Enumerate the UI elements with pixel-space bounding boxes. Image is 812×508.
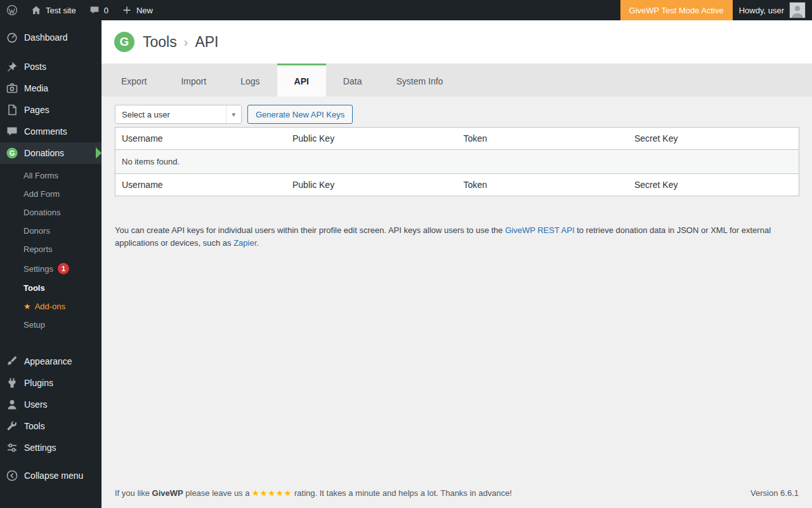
column-header-username: Username <box>115 128 287 150</box>
column-footer-secret-key: Secret Key <box>628 174 799 196</box>
admin-bar-new[interactable]: New <box>115 0 159 20</box>
submenu-item-add-ons[interactable]: ★ Add-ons <box>0 297 102 316</box>
admin-bar-account[interactable]: Howdy, user <box>733 0 812 20</box>
admin-bar: Test site 0 New GiveWP Test Mode Active … <box>0 0 812 20</box>
svg-text:G: G <box>10 149 15 157</box>
comment-count: 0 <box>104 6 108 15</box>
sidebar-item-label: Tools <box>24 421 45 431</box>
submenu-item-reports[interactable]: Reports <box>0 240 102 258</box>
version-label: Version 6.6.1 <box>750 488 799 498</box>
tab-export[interactable]: Export <box>104 64 164 97</box>
api-controls: Select a user ▾ Generate New API Keys <box>115 105 799 124</box>
greeting-label: Howdy, user <box>739 6 784 15</box>
document-icon <box>6 104 18 116</box>
tab-system-info[interactable]: System Info <box>379 64 460 97</box>
star-icon: ★ <box>23 302 31 311</box>
column-header-public-key: Public Key <box>286 128 457 150</box>
tab-import[interactable]: Import <box>164 64 223 97</box>
empty-message: No items found. <box>115 150 799 174</box>
brand-name: GiveWP <box>152 488 183 498</box>
sidebar-item-posts[interactable]: Posts <box>0 56 102 77</box>
api-description: You can create API keys for individual u… <box>115 224 775 250</box>
sidebar-item-label: Dashboard <box>24 32 68 43</box>
submenu-item-donations[interactable]: Donations <box>0 203 102 222</box>
submenu-item-all-forms[interactable]: All Forms <box>0 166 102 185</box>
footer-rating-text: If you like GiveWP please leave us a ★★★… <box>115 488 512 498</box>
sidebar-item-label: Media <box>24 83 48 93</box>
speech-bubble-icon <box>6 125 18 138</box>
givewp-logo: G <box>114 32 134 52</box>
sidebar-item-label: Pages <box>24 105 49 115</box>
tab-api[interactable]: API <box>277 64 326 97</box>
sidebar-item-label: Users <box>24 399 48 410</box>
sidebar-item-label: Settings <box>24 443 56 453</box>
chevron-right-icon: › <box>184 35 188 50</box>
wrench-icon <box>6 420 18 432</box>
sidebar-item-appearance[interactable]: Appearance <box>0 351 102 372</box>
submenu-item-add-form[interactable]: Add Form <box>0 185 102 203</box>
sidebar-item-label: Plugins <box>24 378 53 388</box>
breadcrumb-api: API <box>195 34 218 51</box>
table-footer-row: Username Public Key Token Secret Key <box>115 174 799 196</box>
sidebar-item-label: Appearance <box>24 356 72 366</box>
comment-bubble-icon <box>89 4 100 16</box>
tab-logs[interactable]: Logs <box>223 64 277 97</box>
sidebar-item-label: Posts <box>24 62 46 72</box>
submenu-item-setup[interactable]: Setup <box>0 316 102 334</box>
column-header-token: Token <box>457 128 629 150</box>
sidebar-item-donations[interactable]: G Donations <box>0 142 102 164</box>
collapse-menu-button[interactable]: Collapse menu <box>0 465 102 486</box>
admin-bar-comments[interactable]: 0 <box>82 0 115 20</box>
chevron-down-icon: ▾ <box>226 105 241 123</box>
sidebar-item-pages[interactable]: Pages <box>0 99 102 121</box>
wordpress-logo-icon <box>6 4 18 16</box>
collapse-arrow-icon <box>6 469 18 482</box>
user-select-value: Select a user <box>122 110 170 119</box>
sidebar-item-settings[interactable]: Settings <box>0 437 102 458</box>
admin-footer: If you like GiveWP please leave us a ★★★… <box>102 479 812 508</box>
zapier-link[interactable]: Zapier <box>233 238 256 248</box>
givewp-rest-api-link[interactable]: GiveWP REST API <box>505 225 574 235</box>
sidebar-item-plugins[interactable]: Plugins <box>0 372 102 394</box>
sliders-icon <box>6 441 18 454</box>
tools-tab-bar: Export Import Logs API Data System Info <box>102 64 812 97</box>
column-footer-token: Token <box>457 174 629 196</box>
pin-icon <box>6 60 18 73</box>
donations-submenu: All Forms Add Form Donations Donors Repo… <box>0 164 102 340</box>
sidebar-item-tools[interactable]: Tools <box>0 415 102 437</box>
breadcrumb: Tools › API <box>143 34 218 51</box>
person-icon <box>6 398 18 411</box>
avatar <box>789 2 806 18</box>
plus-icon <box>121 4 133 16</box>
sidebar-item-dashboard[interactable]: Dashboard <box>0 27 102 48</box>
submenu-item-donors[interactable]: Donors <box>0 222 102 240</box>
api-content: Select a user ▾ Generate New API Keys Us… <box>102 97 812 479</box>
column-header-secret-key: Secret Key <box>628 128 799 150</box>
generate-api-keys-button[interactable]: Generate New API Keys <box>247 105 353 124</box>
collapse-menu-label: Collapse menu <box>24 471 83 481</box>
site-name-link[interactable]: Test site <box>24 0 82 20</box>
submenu-item-tools[interactable]: Tools <box>0 279 102 297</box>
sidebar-item-label: Donations <box>24 148 64 158</box>
column-footer-username: Username <box>115 174 287 196</box>
sidebar-item-users[interactable]: Users <box>0 394 102 415</box>
menu-separator <box>0 48 102 56</box>
wordpress-logo-button[interactable] <box>0 0 24 20</box>
main-area: G Tools › API Export Import Logs API Dat… <box>102 0 812 508</box>
user-select[interactable]: Select a user ▾ <box>115 105 242 124</box>
api-keys-table: Username Public Key Token Secret Key No … <box>115 127 799 196</box>
new-label: New <box>136 6 153 15</box>
sidebar-item-media[interactable]: Media <box>0 77 102 99</box>
update-count-badge: 1 <box>58 263 69 274</box>
test-mode-badge[interactable]: GiveWP Test Mode Active <box>620 0 733 20</box>
dashboard-icon <box>6 31 18 44</box>
givewp-icon: G <box>6 147 18 159</box>
home-icon <box>30 4 42 16</box>
sidebar-item-comments[interactable]: Comments <box>0 121 102 142</box>
star-rating-link[interactable]: ★★★★★ <box>252 488 292 498</box>
admin-sidebar: Dashboard Posts Media Pages Comments G D… <box>0 20 102 508</box>
tab-data[interactable]: Data <box>326 64 379 97</box>
submenu-item-settings[interactable]: Settings 1 <box>0 258 102 279</box>
plug-icon <box>6 377 18 389</box>
table-header-row: Username Public Key Token Secret Key <box>115 128 799 150</box>
